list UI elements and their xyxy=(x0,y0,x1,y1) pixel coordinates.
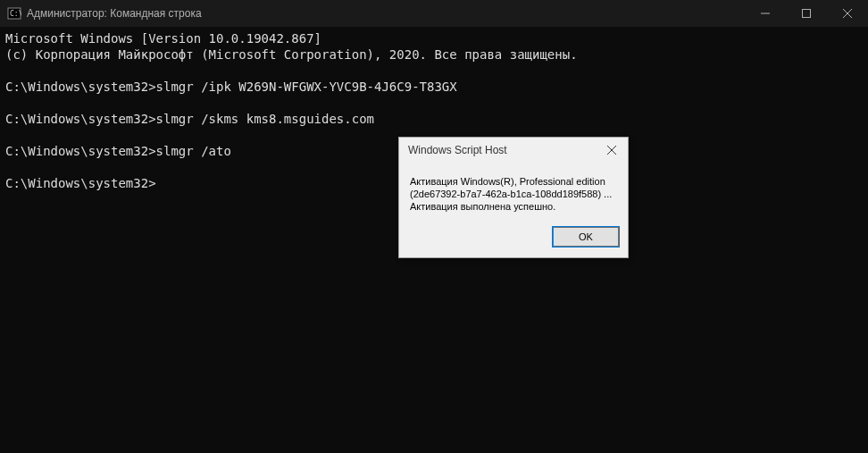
prompt-text: C:\Windows\system32> xyxy=(5,144,156,158)
dialog-body: Активация Windows(R), Professional editi… xyxy=(399,163,628,218)
window-controls xyxy=(745,0,868,27)
copyright-text: (c) Корпорация Майкрософт (Microsoft Cor… xyxy=(5,47,578,62)
svg-rect-3 xyxy=(803,10,811,18)
prompt-text: C:\Windows\system32> xyxy=(5,80,156,94)
dialog-titlebar[interactable]: Windows Script Host xyxy=(399,138,628,163)
dialog-close-button[interactable] xyxy=(599,141,624,159)
message-dialog: Windows Script Host Активация Windows(R)… xyxy=(398,137,629,258)
prompt-text: C:\Windows\system32> xyxy=(5,112,156,126)
close-button[interactable] xyxy=(827,0,868,27)
dialog-title: Windows Script Host xyxy=(408,144,599,156)
minimize-button[interactable] xyxy=(745,0,786,27)
command-text: slmgr /ato xyxy=(156,144,231,158)
dialog-message-line: (2de67392-b7a7-462a-b1ca-108dd189f588) .… xyxy=(410,188,617,200)
dialog-footer: OK xyxy=(399,218,628,257)
svg-text:C:\: C:\ xyxy=(10,10,21,18)
dialog-message-line: Активация выполнена успешно. xyxy=(410,200,617,213)
window-title: Администратор: Командная строка xyxy=(27,7,745,20)
ok-button[interactable]: OK xyxy=(553,227,619,247)
maximize-button[interactable] xyxy=(786,0,827,27)
dialog-message-line: Активация Windows(R), Professional editi… xyxy=(410,175,617,188)
titlebar: C:\ Администратор: Командная строка xyxy=(0,0,868,27)
version-text: Microsoft Windows [Version 10.0.19042.86… xyxy=(5,31,321,46)
command-text: slmgr /skms kms8.msguides.com xyxy=(156,112,374,126)
cmd-icon: C:\ xyxy=(7,6,21,21)
prompt-text: C:\Windows\system32> xyxy=(5,176,156,190)
command-text: slmgr /ipk W269N-WFGWX-YVC9B-4J6C9-T83GX xyxy=(156,80,457,94)
